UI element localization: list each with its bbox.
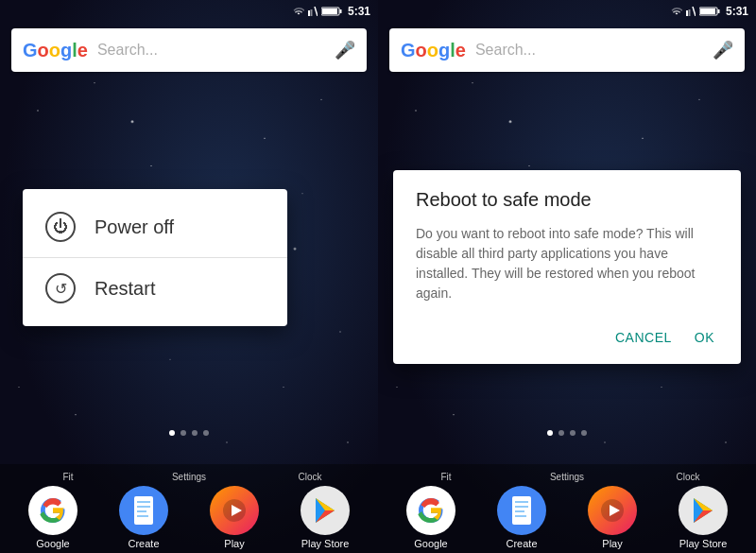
status-bar-right: 5:31: [378, 0, 756, 23]
dock-labels-right: Fit Settings Clock: [378, 472, 756, 482]
dot-r3: [570, 430, 576, 436]
create-icon-left: [119, 486, 168, 535]
playstore-label-left: Play Store: [301, 538, 350, 549]
mic-icon-left[interactable]: 🎤: [335, 40, 355, 60]
dot-4: [203, 430, 209, 436]
dock-label-clock-r: Clock: [655, 472, 721, 482]
battery-icon-right: [699, 7, 720, 16]
page-dots-right: [378, 426, 756, 440]
app-google-left[interactable]: Google: [20, 486, 86, 549]
svg-rect-27: [515, 515, 526, 517]
play-icon-left: [210, 486, 259, 535]
svg-line-2: [315, 7, 318, 16]
dialog-message: Do you want to reboot into safe mode? Th…: [416, 224, 718, 303]
app-play-right[interactable]: Play: [579, 486, 645, 549]
play-icon-right: [588, 486, 637, 535]
signal-blocked-icon: [308, 7, 318, 16]
playstore-icon-right: [679, 486, 728, 535]
dot-r1: [547, 430, 553, 436]
restart-label: Restart: [94, 278, 155, 300]
status-bar-left: 5:31: [0, 0, 378, 23]
left-screen: 5:31 Google Search... 🎤 ⏻ Power off ↺ Re…: [0, 0, 378, 553]
svg-rect-7: [137, 501, 150, 503]
app-play-left[interactable]: Play: [201, 486, 267, 549]
dock-label-settings-r: Settings: [534, 472, 600, 482]
svg-rect-9: [137, 510, 146, 512]
mic-icon-right[interactable]: 🎤: [713, 40, 733, 60]
dialog-buttons: CANCEL OK: [416, 322, 718, 353]
dock-label-settings: Settings: [156, 472, 222, 482]
google-label-left: Google: [36, 538, 69, 549]
svg-rect-24: [515, 501, 528, 503]
app-create-left[interactable]: Create: [111, 486, 177, 549]
dock-label-clock: Clock: [277, 472, 343, 482]
dock-icons-left: Google Create: [0, 486, 378, 549]
dialog-title: Reboot to safe mode: [416, 189, 718, 211]
svg-line-19: [693, 7, 696, 16]
playstore-label-right: Play Store: [679, 538, 728, 549]
safe-mode-dialog: Reboot to safe mode Do you want to reboo…: [393, 170, 741, 364]
app-playstore-right[interactable]: Play Store: [670, 486, 736, 549]
search-bar-left[interactable]: Google Search... 🎤: [11, 28, 367, 72]
app-dock-left: Fit Settings Clock Google: [0, 464, 378, 553]
dot-r2: [558, 430, 564, 436]
svg-rect-0: [308, 10, 310, 16]
time-left: 5:31: [348, 5, 370, 18]
create-label-right: Create: [506, 538, 537, 549]
power-off-icon: ⏻: [45, 212, 76, 242]
restart-item[interactable]: ↺ Restart: [23, 258, 287, 319]
dock-label-fit-r: Fit: [413, 472, 479, 482]
svg-rect-8: [137, 506, 150, 508]
dock-labels-left: Fit Settings Clock: [0, 472, 378, 482]
page-dots-left: [0, 426, 378, 440]
search-placeholder-right: Search...: [475, 42, 713, 59]
dot-2: [180, 430, 186, 436]
svg-rect-5: [322, 9, 337, 14]
right-screen: 5:31 Google Search... 🎤 Reboot to safe m…: [378, 0, 756, 553]
cancel-button[interactable]: CANCEL: [611, 322, 676, 353]
dock-label-fit: Fit: [35, 472, 101, 482]
dot-r4: [581, 430, 587, 436]
power-menu: ⏻ Power off ↺ Restart: [23, 189, 287, 326]
google-icon-left: [28, 486, 77, 535]
play-label-left: Play: [224, 538, 244, 549]
create-label-left: Create: [128, 538, 159, 549]
google-logo-right: Google: [401, 40, 466, 61]
create-icon-right: [497, 486, 546, 535]
search-bar-right[interactable]: Google Search... 🎤: [389, 28, 745, 72]
playstore-icon-left: [301, 486, 350, 535]
google-icon-right: [406, 486, 455, 535]
dock-icons-right: Google Create: [378, 486, 756, 549]
svg-rect-26: [515, 510, 524, 512]
svg-rect-25: [515, 506, 528, 508]
svg-rect-10: [137, 515, 148, 517]
search-placeholder-left: Search...: [97, 42, 335, 59]
svg-rect-18: [688, 9, 690, 16]
battery-icon: [321, 7, 342, 16]
signal-blocked-icon-right: [686, 7, 696, 16]
google-logo-left: Google: [23, 40, 88, 61]
app-create-right[interactable]: Create: [489, 486, 555, 549]
svg-rect-4: [339, 9, 341, 13]
power-off-item[interactable]: ⏻ Power off: [23, 197, 287, 257]
svg-rect-1: [310, 9, 312, 16]
status-icons-left: [293, 7, 342, 16]
wifi-icon-right: [671, 7, 682, 16]
restart-icon: ↺: [45, 273, 76, 303]
google-label-right: Google: [414, 538, 447, 549]
app-playstore-left[interactable]: Play Store: [292, 486, 358, 549]
play-label-right: Play: [602, 538, 622, 549]
ok-button[interactable]: OK: [691, 322, 718, 353]
dot-3: [192, 430, 198, 436]
wifi-icon: [293, 7, 304, 16]
time-right: 5:31: [726, 5, 748, 18]
status-icons-right: [671, 7, 720, 16]
svg-rect-22: [700, 9, 715, 14]
dot-1: [169, 430, 175, 436]
power-off-label: Power off: [94, 216, 174, 238]
app-google-right[interactable]: Google: [398, 486, 464, 549]
svg-rect-21: [717, 9, 719, 13]
svg-rect-17: [686, 10, 688, 16]
app-dock-right: Fit Settings Clock Google: [378, 464, 756, 553]
